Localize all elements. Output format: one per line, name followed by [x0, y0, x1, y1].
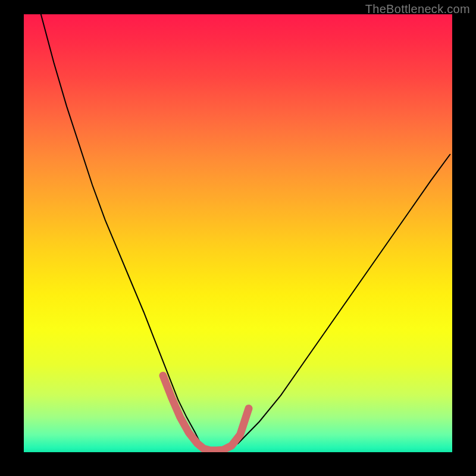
bottleneck-curve	[41, 14, 450, 450]
optimal-region-marker	[163, 375, 249, 450]
plot-area	[24, 14, 452, 452]
chart-frame: TheBottleneck.com	[0, 0, 476, 476]
curve-layer	[24, 14, 452, 452]
watermark-text: TheBottleneck.com	[365, 2, 470, 16]
